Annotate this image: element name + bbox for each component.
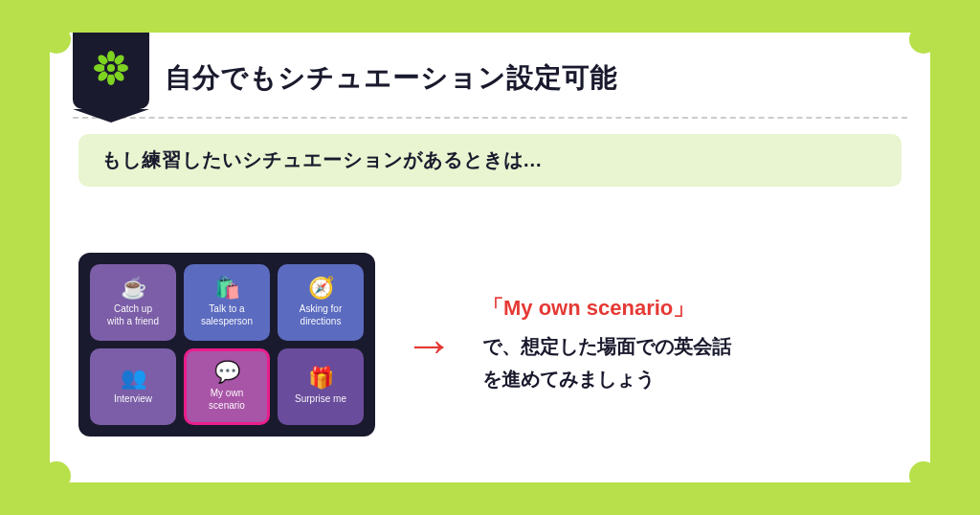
directions-emoji: 🧭 — [308, 278, 334, 299]
interview-emoji: 👥 — [121, 368, 146, 389]
content-area: ☕ Catch upwith a friend 🛍️ Talk to asale… — [50, 206, 930, 482]
arrow-container: → — [404, 320, 454, 369]
description-text: で、想定した場面での英会話を進めてみましょう — [482, 330, 902, 395]
scenario-catch-up[interactable]: ☕ Catch upwith a friend — [90, 264, 176, 341]
scenario-my-own[interactable]: 💬 My ownscenario — [184, 348, 270, 425]
scenario-talk-salesperson[interactable]: 🛍️ Talk to asalesperson — [184, 264, 270, 341]
deco-circle-br — [909, 461, 938, 490]
right-text: 「My own scenario」 で、想定した場面での英会話を進めてみましょう — [482, 294, 902, 395]
scenario-surprise[interactable]: 🎁 Surprise me — [278, 348, 364, 425]
svg-point-7 — [94, 64, 105, 72]
deco-circle-tr — [909, 25, 938, 54]
deco-circle-bl — [42, 461, 71, 490]
header: 自分でもシチュエーション設定可能 — [50, 33, 930, 109]
svg-point-1 — [107, 51, 115, 62]
subtitle-box: もし練習したいシチュエーションがあるときは... — [78, 134, 902, 187]
svg-point-3 — [117, 64, 128, 72]
salesperson-emoji: 🛍️ — [214, 278, 240, 299]
interview-label: Interview — [114, 392, 152, 405]
logo-icon — [92, 49, 130, 94]
salesperson-label: Talk to asalesperson — [201, 302, 253, 327]
surprise-label: Surprise me — [295, 392, 346, 405]
scenario-interview[interactable]: 👥 Interview — [90, 348, 176, 425]
highlight-text: 「My own scenario」 — [482, 294, 902, 323]
scenario-asking-directions[interactable]: 🧭 Asking fordirections — [278, 264, 364, 341]
logo-ribbon — [73, 33, 149, 109]
my-own-emoji: 💬 — [214, 362, 240, 383]
my-own-label: My ownscenario — [209, 387, 245, 412]
deco-circle-tl — [42, 25, 71, 54]
catch-up-emoji: ☕ — [121, 278, 146, 299]
scenario-grid: ☕ Catch upwith a friend 🛍️ Talk to asale… — [90, 264, 364, 425]
header-divider — [73, 117, 907, 119]
header-title: 自分でもシチュエーション設定可能 — [165, 60, 617, 97]
svg-point-5 — [107, 74, 115, 85]
surprise-emoji: 🎁 — [308, 368, 334, 389]
directions-label: Asking fordirections — [300, 302, 342, 327]
right-arrow-icon: → — [404, 320, 454, 369]
scenario-grid-wrapper: ☕ Catch upwith a friend 🛍️ Talk to asale… — [78, 253, 375, 437]
svg-point-10 — [107, 64, 115, 72]
subtitle-text: もし練習したいシチュエーションがあるときは... — [101, 149, 543, 170]
main-card: 自分でもシチュエーション設定可能 もし練習したいシチュエーションがあるときは..… — [50, 33, 930, 482]
catch-up-label: Catch upwith a friend — [107, 302, 159, 327]
